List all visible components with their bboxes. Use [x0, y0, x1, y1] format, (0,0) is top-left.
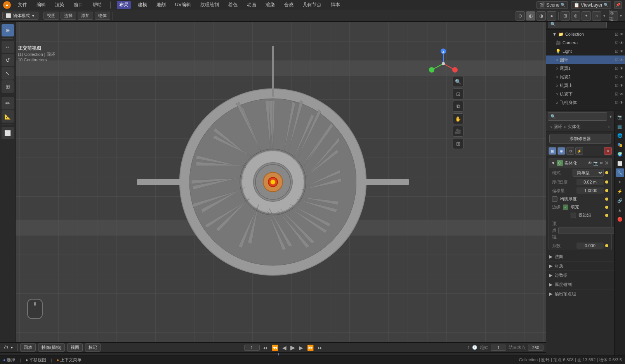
outliner-item-tailwing1[interactable]: ○ 尾翼1 ☑ 👁	[546, 64, 625, 73]
edge-only-checkbox[interactable]	[571, 213, 576, 218]
tool-annotate[interactable]: ✏	[2, 97, 14, 109]
prop-icon-physics[interactable]: ⚡	[616, 187, 624, 196]
menu-window[interactable]: 窗口	[71, 1, 85, 9]
outliner-item-camera[interactable]: 🎥 Camera ☑ 👁	[546, 38, 625, 47]
outliner-item-fuselage[interactable]: ○ 飞机身体 ☑ 👁	[546, 98, 625, 107]
prop-icon-object[interactable]: ⬜	[616, 159, 624, 168]
menu-shading[interactable]: 着色	[226, 1, 240, 9]
mode-selector[interactable]: ⬜ 物体模式 ▼	[2, 12, 38, 20]
fill-checkbox[interactable]: ✓	[563, 205, 568, 210]
prop-bc-expand-btn[interactable]: ↔	[607, 125, 611, 129]
play-btn[interactable]: ▶	[289, 344, 296, 351]
step-back-btn[interactable]: ◀	[281, 345, 288, 351]
toggle-perspective-btn[interactable]: ⧉	[453, 101, 464, 112]
filter-physics-btn[interactable]: ⚡	[575, 147, 583, 155]
vtxgroup-input[interactable]	[558, 227, 614, 234]
camera-view-btn[interactable]: 🎥	[453, 126, 464, 137]
prop-icon-render[interactable]: 📷	[616, 113, 624, 121]
output-vtxgroup-section[interactable]: ▶ 输出顶点组	[546, 289, 614, 298]
outliner-item-wing-top[interactable]: ○ 机翼上 ☑ 👁	[546, 81, 625, 90]
prop-icon-scene[interactable]: 🎭	[616, 140, 624, 149]
proportional-edit[interactable]: ○	[592, 11, 601, 21]
tool-add-cube[interactable]: ⬜	[2, 127, 14, 139]
thickness-clamp-section[interactable]: ▶ 厚度钳制	[546, 280, 614, 289]
viewport-material[interactable]: ◑	[536, 11, 546, 21]
edge-data-section[interactable]: ▶ 边数据	[546, 270, 614, 280]
menu-animation[interactable]: 动画	[245, 1, 259, 9]
tool-move[interactable]: ↔	[2, 41, 14, 53]
viewport[interactable]: /* blades generated below */	[0, 22, 546, 342]
next-keyframe-btn[interactable]: ⏩	[306, 345, 315, 351]
mode-dropdown[interactable]: 简单型 复杂偏移	[573, 169, 604, 177]
viewport-rendered[interactable]: ●	[547, 11, 556, 21]
solidify-realtime-btn[interactable]: 👁	[588, 161, 592, 165]
zoom-in-btn[interactable]: 🔍	[453, 76, 464, 87]
toggle-quad-view-btn[interactable]: ⊞	[453, 138, 464, 149]
prop-icon-data[interactable]: ▲	[616, 206, 624, 214]
outliner-item-tailwing2[interactable]: ○ 尾翼2 ☑ 👁	[546, 73, 625, 81]
menu-geometry-nodes[interactable]: 几何节点	[300, 1, 324, 9]
add-modifier-button[interactable]: 添加修改器	[549, 134, 611, 144]
prop-icon-output[interactable]: 📺	[616, 122, 624, 130]
outliner-item-wing-bottom[interactable]: ○ 机翼下 ☑ 👁	[546, 90, 625, 98]
step-forward-btn[interactable]: ▶	[298, 345, 304, 351]
menu-edit[interactable]: 编辑	[34, 1, 48, 9]
options-toggle[interactable]: 选项	[609, 11, 618, 21]
viewlayer-selector[interactable]: 📋 ViewLayer 🔍	[571, 1, 611, 9]
outliner-item-collection[interactable]: ▼ 📁 Collection ☑ 👁	[546, 30, 625, 38]
viewport-wireframe[interactable]: ⊙	[516, 11, 525, 21]
add-menu[interactable]: 添加	[78, 12, 93, 20]
zoom-fit-btn[interactable]: ⊡	[453, 88, 464, 99]
select-menu[interactable]: 选择	[61, 12, 76, 20]
snap-toggle[interactable]: ✦	[582, 11, 591, 21]
frame-current-input[interactable]	[244, 345, 260, 351]
outliner-item-torus[interactable]: ○ 圆环 ☑ 👁	[546, 55, 625, 64]
menu-render-top[interactable]: 渲染	[53, 1, 67, 9]
prev-keyframe-btn[interactable]: ⏪	[271, 345, 280, 351]
normals-section[interactable]: ▶ 法向	[546, 252, 614, 261]
start-frame-input[interactable]	[491, 345, 506, 351]
viewport-solid[interactable]: ◐	[526, 11, 535, 21]
menu-modeling[interactable]: 建模	[135, 1, 149, 9]
menu-texture-paint[interactable]: 纹理绘制	[198, 1, 221, 9]
options-chevron[interactable]: ▼	[619, 14, 623, 18]
filter-deform-btn[interactable]: ⟲	[566, 147, 574, 155]
tool-measure[interactable]: 📐	[2, 110, 14, 123]
jump-end-btn[interactable]: ⏭	[316, 345, 324, 351]
tool-cursor[interactable]: ⊕	[2, 24, 14, 36]
prop-icon-world[interactable]: 🌍	[616, 150, 624, 158]
jump-start-btn[interactable]: ⏮	[261, 345, 269, 351]
prop-icon-material[interactable]: 🔴	[616, 215, 624, 224]
end-frame-input[interactable]	[528, 345, 543, 351]
prop-icon-modifier[interactable]: 🔧	[616, 168, 624, 177]
scene-selector[interactable]: 🎬 Scene 🔍	[536, 1, 568, 9]
menu-compositing[interactable]: 合成	[282, 1, 296, 9]
prop-icon-view[interactable]: 🌐	[616, 131, 624, 140]
timeline-editor-type[interactable]: ⏱ ▼	[2, 344, 15, 351]
tool-rotate[interactable]: ↺	[2, 54, 14, 66]
outliner-item-light[interactable]: 💡 Light ☑ 👁	[546, 47, 625, 55]
tool-transform[interactable]: ⊞	[2, 80, 14, 93]
keying-btn[interactable]: 帧像(插帧)	[38, 343, 65, 352]
menu-scripting[interactable]: 脚本	[328, 1, 342, 9]
object-menu[interactable]: 物体	[95, 12, 110, 20]
viewport-move-btn[interactable]: ✋	[453, 113, 464, 124]
even-thickness-checkbox[interactable]	[552, 196, 557, 202]
offset-value[interactable]: -1.0000	[576, 187, 604, 194]
playback-btn[interactable]: 回放	[20, 343, 36, 352]
menu-help[interactable]: 帮助	[90, 1, 104, 9]
timeline-view-btn[interactable]: 视图	[67, 343, 83, 352]
solidify-render-btn[interactable]: 📷	[593, 161, 599, 166]
filter-all-btn[interactable]: ⊞	[549, 147, 556, 155]
overlay-toggle[interactable]: ⊞	[561, 11, 570, 21]
pin-button[interactable]: 📌	[614, 1, 622, 9]
menu-layout[interactable]: 布局	[117, 1, 131, 9]
menu-uv[interactable]: UV编辑	[173, 1, 193, 9]
menu-file[interactable]: 文件	[16, 1, 30, 9]
solidify-close-btn[interactable]: ✕	[604, 160, 609, 166]
menu-render[interactable]: 渲染	[263, 1, 277, 9]
menu-sculpt[interactable]: 雕刻	[154, 1, 168, 9]
prop-icon-particles[interactable]: ✦	[616, 178, 624, 186]
thickness-value[interactable]: 0.02 m	[576, 179, 604, 185]
prop-search-input[interactable]	[548, 112, 607, 121]
